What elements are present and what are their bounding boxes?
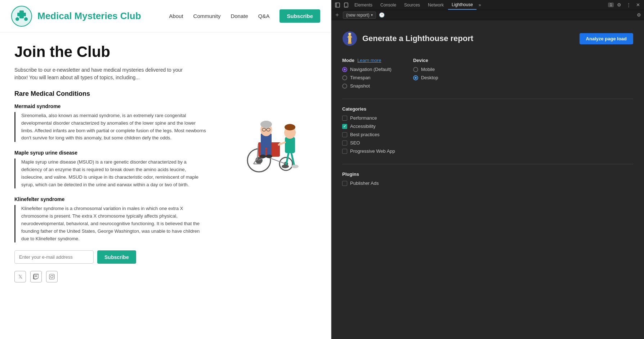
seo-checkbox[interactable] bbox=[342, 140, 347, 146]
twitter-icon[interactable]: 𝕏 bbox=[14, 271, 26, 282]
mode-header: Mode Learn more bbox=[342, 58, 392, 63]
category-seo[interactable]: SEO bbox=[342, 140, 633, 146]
email-input[interactable] bbox=[14, 250, 94, 264]
mode-snapshot[interactable]: Snapshot bbox=[342, 83, 392, 89]
nav-community[interactable]: Community bbox=[193, 13, 221, 19]
lh-title-group: Generate a Lighthouse report bbox=[342, 31, 473, 46]
svg-rect-29 bbox=[285, 137, 295, 153]
svg-point-28 bbox=[266, 155, 272, 158]
devtools-panel: Elements Console Sources Network Lightho… bbox=[331, 0, 644, 339]
device-section: Device Mobile Desktop bbox=[413, 58, 438, 89]
device-mobile-radio[interactable] bbox=[413, 67, 418, 72]
nav-qa[interactable]: Q&A bbox=[258, 13, 270, 19]
condition-name-1: Maple syrup urine disease bbox=[14, 150, 209, 156]
subscribe-button[interactable]: Subscribe bbox=[97, 250, 136, 264]
tab-console[interactable]: Console bbox=[377, 0, 400, 10]
report-selector[interactable]: (new report) ▾ bbox=[343, 12, 376, 19]
plugins-label: Plugins bbox=[342, 171, 633, 177]
mode-navigation[interactable]: Navigation (Default) bbox=[342, 67, 392, 72]
lighthouse-main: Generate a Lighthouse report Analyze pag… bbox=[331, 20, 644, 339]
condition-mermaid: Mermaid syndrome Sirenomelia, also known… bbox=[14, 103, 209, 142]
lighthouse-settings-icon[interactable]: ⚙ bbox=[637, 12, 641, 18]
device-mobile[interactable]: Mobile bbox=[413, 67, 438, 72]
more-tabs-button[interactable]: » bbox=[477, 3, 483, 8]
nav-subscribe-button[interactable]: Subscribe bbox=[279, 9, 320, 23]
svg-marker-45 bbox=[348, 43, 352, 44]
svg-point-7 bbox=[53, 275, 54, 276]
close-devtools-icon[interactable]: ✕ bbox=[634, 1, 642, 9]
condition-desc-2: Klinefelter syndrome is a chromosomal va… bbox=[14, 205, 209, 242]
mode-navigation-radio[interactable] bbox=[342, 67, 347, 72]
performance-checkbox[interactable] bbox=[342, 116, 347, 121]
condition-desc-1: Maple syrup urine disease (MSUD) is a ra… bbox=[14, 159, 209, 188]
learn-more-link[interactable]: Learn more bbox=[357, 58, 381, 63]
condition-maple: Maple syrup urine disease Maple syrup ur… bbox=[14, 150, 209, 188]
svg-point-27 bbox=[260, 155, 266, 158]
history-icon[interactable]: 🕐 bbox=[379, 12, 385, 18]
pwa-checkbox[interactable] bbox=[342, 149, 347, 154]
join-subtext: Subscribe to our e-newsletter and have m… bbox=[14, 66, 194, 81]
more-options-icon[interactable]: ⋮ bbox=[625, 1, 632, 9]
mode-snapshot-radio[interactable] bbox=[342, 84, 347, 89]
publisher-ads-checkbox[interactable] bbox=[342, 181, 347, 186]
plugin-publisher-ads[interactable]: Publisher Ads bbox=[342, 180, 633, 186]
svg-point-31 bbox=[285, 124, 295, 130]
twitch-icon[interactable] bbox=[30, 271, 42, 282]
category-best-practices[interactable]: Best practices bbox=[342, 132, 633, 137]
logo-icon bbox=[11, 5, 32, 27]
mode-radio-group: Navigation (Default) Timespan Snapshot bbox=[342, 67, 392, 89]
svg-point-37 bbox=[291, 165, 299, 168]
instagram-icon[interactable] bbox=[46, 271, 58, 282]
mode-section: Mode Learn more Navigation (Default) Tim… bbox=[342, 58, 392, 89]
plugins-section: Plugins Publisher Ads bbox=[342, 171, 633, 186]
device-desktop[interactable]: Desktop bbox=[413, 75, 438, 80]
svg-rect-44 bbox=[348, 37, 351, 43]
svg-point-21 bbox=[260, 121, 272, 128]
analyze-page-load-button[interactable]: Analyze page load bbox=[580, 33, 633, 44]
mode-timespan[interactable]: Timespan bbox=[342, 75, 392, 80]
svg-point-46 bbox=[348, 33, 351, 35]
svg-rect-38 bbox=[335, 3, 340, 7]
condition-name-2: Klinefelter syndrome bbox=[14, 196, 209, 202]
category-pwa[interactable]: Progressive Web App bbox=[342, 148, 633, 154]
tab-lighthouse[interactable]: Lighthouse bbox=[448, 0, 477, 10]
tab-elements[interactable]: Elements bbox=[351, 0, 376, 10]
lh-options-row: Mode Learn more Navigation (Default) Tim… bbox=[342, 58, 633, 89]
accessibility-checkbox[interactable] bbox=[342, 124, 347, 129]
divider-1 bbox=[342, 99, 633, 99]
svg-point-4 bbox=[24, 17, 28, 21]
lighthouse-logo bbox=[342, 31, 357, 46]
mode-timespan-radio[interactable] bbox=[342, 75, 347, 80]
nav-about[interactable]: About bbox=[169, 13, 183, 19]
tab-badge: 1 bbox=[608, 3, 614, 7]
plugins-checkbox-group: Publisher Ads bbox=[342, 180, 633, 186]
categories-checkbox-group: Performance Accessibility Best practices… bbox=[342, 115, 633, 154]
devtools-topbar: Elements Console Sources Network Lightho… bbox=[331, 0, 644, 10]
svg-line-33 bbox=[279, 143, 280, 145]
content-right bbox=[216, 90, 317, 282]
tab-sources[interactable]: Sources bbox=[401, 0, 424, 10]
add-report-icon[interactable]: ＋ bbox=[334, 11, 340, 19]
inspect-icon[interactable] bbox=[334, 1, 341, 9]
svg-rect-5 bbox=[49, 274, 54, 279]
device-icon[interactable] bbox=[342, 1, 350, 9]
settings-icon[interactable]: ⚙ bbox=[615, 1, 623, 9]
tab-network[interactable]: Network bbox=[424, 0, 447, 10]
social-icons: 𝕏 bbox=[14, 271, 209, 282]
nav-links: About Community Donate Q&A Subscribe bbox=[169, 9, 320, 23]
nav-donate[interactable]: Donate bbox=[231, 13, 248, 19]
devtools-right-icons: 1 ⚙ ⋮ ✕ bbox=[608, 1, 642, 9]
category-performance[interactable]: Performance bbox=[342, 115, 633, 121]
lighthouse-title: Generate a Lighthouse report bbox=[362, 34, 473, 43]
categories-section: Categories Performance Accessibility Bes… bbox=[342, 106, 633, 154]
categories-label: Categories bbox=[342, 106, 633, 112]
divider-2 bbox=[342, 164, 633, 164]
site-content: Join the Club Subscribe to our e-newslet… bbox=[0, 32, 331, 293]
website-panel: Medical Mysteries Club About Community D… bbox=[0, 0, 331, 339]
device-label: Device bbox=[413, 58, 438, 63]
best-practices-checkbox[interactable] bbox=[342, 132, 347, 137]
device-desktop-radio[interactable] bbox=[413, 75, 418, 80]
category-accessibility[interactable]: Accessibility bbox=[342, 124, 633, 129]
email-form: Subscribe bbox=[14, 250, 209, 264]
device-radio-group: Mobile Desktop bbox=[413, 67, 438, 80]
